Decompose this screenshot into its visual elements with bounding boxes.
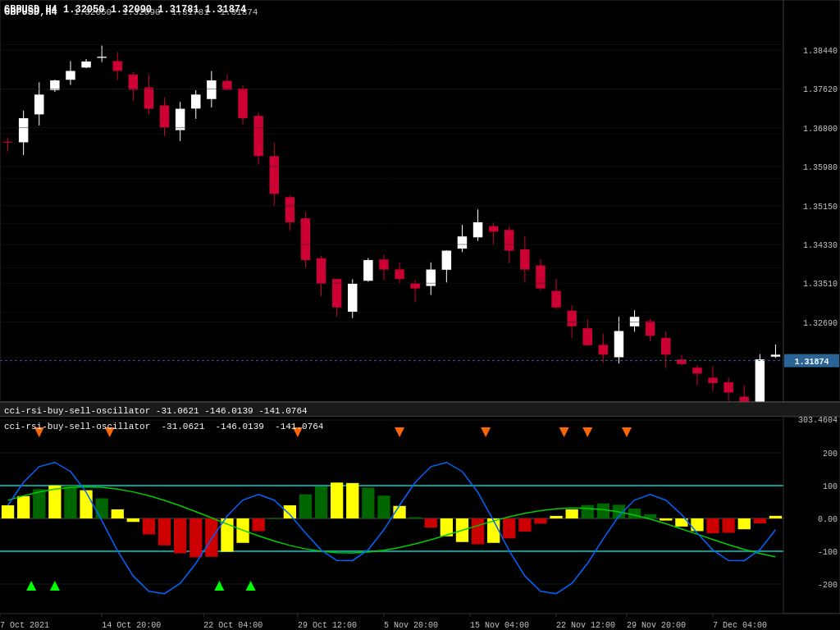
osc-values: -31.0621 -146.0139 -141.0764 [156,406,308,416]
osc-name: cci-rsi-buy-sell-oscillator [4,406,150,416]
oscillator-title: cci-rsi-buy-sell-oscillator -31.0621 -14… [4,406,308,416]
symbol-label: GBPUSD [4,4,39,16]
trading-chart [0,0,840,630]
ohlc-label: 1.32050 1.32090 1.31781 1.31874 [63,4,246,16]
chart-container: GBPUSD H4 1.32050 1.32090 1.31781 1.3187… [0,0,840,630]
chart-title: GBPUSD H4 1.32050 1.32090 1.31781 1.3187… [4,4,246,16]
timeframe-label: H4 [45,4,57,16]
